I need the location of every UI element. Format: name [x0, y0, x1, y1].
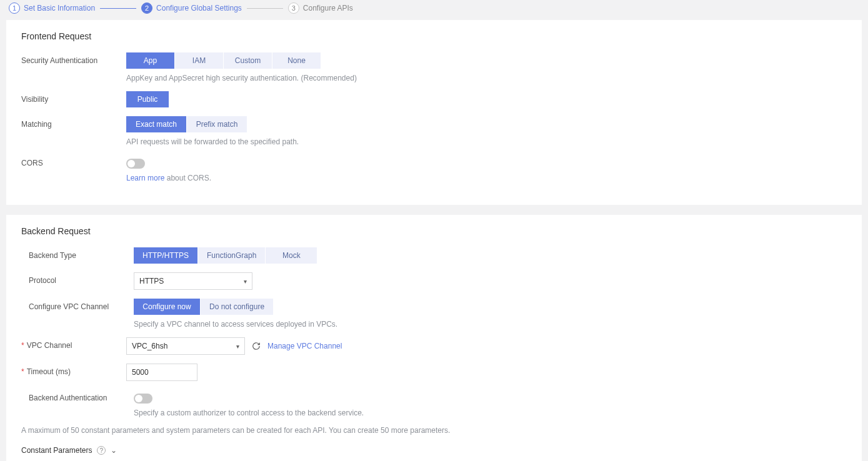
protocol-value: HTTPS: [139, 277, 164, 285]
step-number-3: 3: [288, 2, 299, 14]
security-auth-custom[interactable]: Custom: [224, 52, 272, 69]
matching-help: API requests will be forwarded to the sp…: [126, 137, 847, 146]
frontend-request-panel: Frontend Request Security Authentication…: [6, 20, 862, 205]
step-configure-apis[interactable]: 3 Configure APIs: [288, 2, 353, 14]
vpc-do-not-configure[interactable]: Do not configure: [201, 299, 273, 315]
timeout-input[interactable]: [126, 364, 197, 381]
backend-type-mock[interactable]: Mock: [266, 247, 317, 264]
step-label: Set Basic Information: [24, 4, 95, 12]
cors-learn-more-link[interactable]: Learn more: [126, 174, 164, 182]
cors-label: CORS: [21, 155, 126, 167]
cors-toggle[interactable]: [126, 159, 145, 169]
step-global-settings[interactable]: 2 Configure Global Settings: [141, 2, 242, 14]
backend-auth-toggle[interactable]: [134, 394, 152, 404]
configure-vpc-label: Configure VPC Channel: [29, 299, 134, 311]
backend-request-panel: Backend Request Backend Type HTTP/HTTPS …: [6, 215, 862, 461]
visibility-public[interactable]: Public: [126, 91, 169, 107]
timeout-label: * Timeout (ms): [21, 364, 126, 376]
wizard-stepper: 1 Set Basic Information 2 Configure Glob…: [0, 0, 868, 20]
vpc-channel-label: * VPC Channel: [21, 337, 126, 350]
protocol-label: Protocol: [29, 272, 134, 285]
step-connector: [247, 8, 283, 9]
step-connector: [100, 8, 136, 9]
backend-type-http[interactable]: HTTP/HTTPS: [134, 247, 197, 264]
timeout-label-text: Timeout (ms): [27, 367, 71, 376]
vpc-configure-now[interactable]: Configure now: [134, 299, 200, 315]
chevron-down-icon: ⌄: [111, 446, 117, 455]
security-auth-app[interactable]: App: [126, 52, 174, 69]
security-auth-help: AppKey and AppSecret high security authe…: [126, 74, 847, 82]
vpc-channel-value: VPC_6hsh: [132, 342, 167, 350]
backend-request-title: Backend Request: [21, 226, 847, 236]
backend-type-functiongraph[interactable]: FunctionGraph: [198, 247, 265, 264]
security-auth-none[interactable]: None: [272, 52, 321, 69]
step-basic-info[interactable]: 1 Set Basic Information: [9, 2, 95, 14]
step-label: Configure Global Settings: [156, 4, 242, 12]
required-asterisk: *: [21, 341, 24, 350]
protocol-select[interactable]: HTTPS ▾: [134, 272, 252, 290]
matching-prefix[interactable]: Prefix match: [187, 116, 247, 132]
chevron-down-icon: ▾: [236, 343, 239, 350]
step-label: Configure APIs: [303, 4, 353, 12]
matching-label: Matching: [21, 116, 126, 129]
visibility-label: Visibility: [21, 91, 126, 104]
manage-vpc-channel-link[interactable]: Manage VPC Channel: [267, 342, 342, 350]
frontend-request-title: Frontend Request: [21, 31, 847, 41]
backend-auth-label: Backend Authentication: [29, 390, 134, 402]
matching-exact[interactable]: Exact match: [126, 116, 186, 132]
help-icon[interactable]: ?: [97, 446, 106, 455]
security-auth-iam[interactable]: IAM: [175, 52, 223, 69]
chevron-down-icon: ▾: [244, 278, 247, 285]
vpc-cfg-help: Specify a VPC channel to access services…: [134, 320, 847, 329]
security-auth-segment: App IAM Custom None: [126, 52, 847, 69]
backend-type-label: Backend Type: [29, 247, 134, 260]
cors-about-text: about CORS.: [164, 174, 211, 182]
vpc-channel-label-text: VPC Channel: [27, 341, 72, 350]
step-number-1: 1: [9, 2, 20, 14]
vpc-channel-select[interactable]: VPC_6hsh ▾: [126, 337, 245, 355]
constant-parameters-section[interactable]: Constant Parameters ? ⌄: [21, 446, 847, 455]
step-number-2: 2: [141, 2, 152, 14]
cors-help: Learn more about CORS.: [126, 174, 847, 182]
panel-gap: [6, 210, 862, 215]
constant-parameters-label: Constant Parameters: [21, 446, 92, 455]
required-asterisk: *: [21, 367, 24, 376]
params-limit-note: A maximum of 50 constant parameters and …: [21, 426, 847, 435]
security-auth-label: Security Authentication: [21, 52, 126, 65]
refresh-icon[interactable]: [251, 341, 261, 351]
backend-auth-help: Specify a custom authorizer to control a…: [134, 409, 847, 417]
